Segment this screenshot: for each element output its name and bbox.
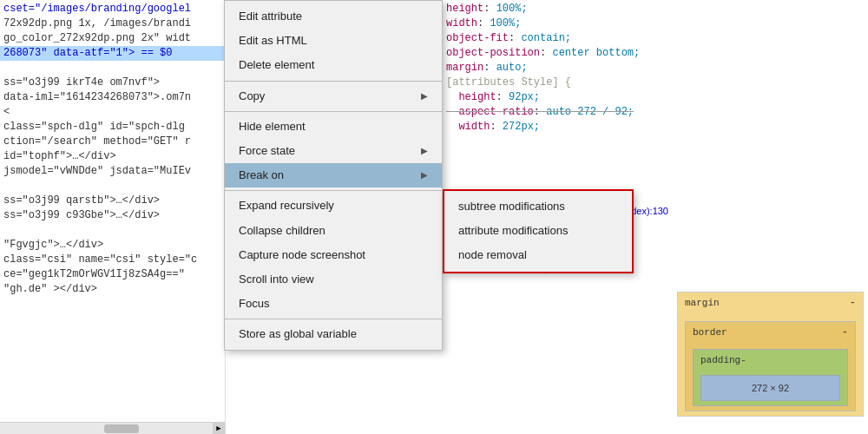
submenu-item-label: attribute modifications: [458, 224, 568, 237]
menu-item-label: Copy: [239, 89, 265, 104]
border-value: -: [842, 326, 848, 339]
code-text: 268073" data-atf="1"> == $0: [3, 47, 172, 59]
code-text: ss="o3j99 ikrT4e om7nvf">: [3, 76, 160, 89]
submenu-arrow-icon: ▶: [421, 145, 428, 157]
context-menu: Edit attribute Edit as HTML Delete eleme…: [224, 0, 443, 351]
separator-1: [225, 81, 442, 82]
margin-value: -: [850, 297, 856, 309]
left-code-panel: cset="/images/branding/googlel 72x92dp.p…: [0, 0, 226, 434]
code-text: class="spch-dlg" id="spch-dlg: [3, 121, 185, 133]
submenu-item-subtree-modifications[interactable]: subtree modifications: [444, 194, 632, 219]
menu-item-label: Delete element: [239, 57, 314, 73]
menu-item-label: Collapse children: [239, 223, 326, 239]
menu-item-force-state[interactable]: Force state ▶: [225, 139, 442, 163]
border-label: border: [693, 327, 727, 338]
box-model-panel: margin - border - padding- 272 × 92: [677, 292, 864, 417]
box-padding: padding- 272 × 92: [693, 349, 848, 406]
menu-item-label: Store as global variable: [239, 326, 357, 342]
menu-item-label: Force state: [239, 143, 295, 159]
submenu-arrow-icon: ▶: [421, 169, 428, 181]
menu-item-edit-attribute[interactable]: Edit attribute: [225, 4, 442, 29]
code-text: "Fgvgjc">…</div>: [3, 239, 103, 251]
submenu-arrow-icon: ▶: [421, 90, 428, 102]
menu-item-label: Expand recursively: [239, 198, 334, 214]
padding-label: padding-: [700, 355, 746, 365]
separator-4: [225, 319, 442, 319]
menu-item-label: Focus: [239, 296, 269, 312]
menu-item-scroll-into-view[interactable]: Scroll into view: [225, 267, 442, 292]
menu-item-label: Edit as HTML: [239, 33, 307, 49]
submenu-break-on: subtree modifications attribute modifica…: [443, 189, 634, 273]
menu-item-label: Edit attribute: [239, 9, 302, 24]
menu-item-label: Break on: [239, 168, 284, 183]
box-margin: margin - border - padding- 272 × 92: [677, 292, 864, 417]
code-text: ce="geg1kT2mOrWGV1Ij8zSA4g==": [3, 268, 185, 280]
menu-item-label: Hide element: [239, 119, 306, 135]
code-text: 72x92dp.png 1x, /images/brandi: [3, 17, 191, 30]
code-text: <: [3, 106, 10, 118]
code-text: class="csi" name="csi" style="c: [3, 253, 197, 266]
menu-item-hide-element[interactable]: Hide element: [225, 115, 442, 139]
submenu-item-node-removal[interactable]: node removal: [444, 243, 632, 267]
code-text: ss="o3j99 qarstb">…</div>: [3, 194, 160, 207]
scroll-corner: ▶: [213, 422, 225, 434]
menu-item-delete-element[interactable]: Delete element: [225, 53, 442, 77]
menu-item-label: Capture node screenshot: [239, 247, 365, 263]
menu-item-capture-node-screenshot[interactable]: Capture node screenshot: [225, 243, 442, 267]
box-border: border - padding- 272 × 92: [685, 321, 856, 411]
code-text: "gh.de" ></div>: [3, 283, 97, 295]
menu-item-collapse-children[interactable]: Collapse children: [225, 219, 442, 243]
submenu-item-attribute-modifications[interactable]: attribute modifications: [444, 219, 632, 243]
code-text: id="tophf">…</div>: [3, 150, 116, 162]
menu-item-expand-recursively[interactable]: Expand recursively: [225, 194, 442, 218]
margin-label: margin: [685, 298, 720, 308]
menu-item-copy[interactable]: Copy ▶: [225, 84, 442, 108]
code-text: data-iml="1614234268073">.om7n: [3, 91, 191, 103]
box-content: 272 × 92: [700, 375, 840, 401]
menu-item-edit-as-html[interactable]: Edit as HTML: [225, 29, 442, 53]
code-text: go_color_272x92dp.png 2x" widt: [3, 32, 191, 44]
separator-2: [225, 111, 442, 112]
scrollbar-area[interactable]: ▶: [0, 422, 225, 434]
submenu-item-label: node removal: [458, 248, 527, 261]
code-text: jsmodel="vWNDde" jsdata="MuIEv: [3, 165, 191, 177]
code-text: ss="o3j99 c93Gbe">…</div>: [3, 209, 160, 221]
code-text: ction="/search" method="GET" r: [3, 135, 191, 148]
horizontal-scrollbar[interactable]: [104, 424, 139, 433]
code-text: cset="/images/branding/googlel: [3, 3, 191, 15]
submenu-item-label: subtree modifications: [458, 200, 565, 213]
content-dimensions: 272 × 92: [752, 383, 789, 393]
menu-item-break-on[interactable]: Break on ▶: [225, 163, 442, 187]
separator-3: [225, 190, 442, 191]
menu-item-label: Scroll into view: [239, 272, 314, 287]
menu-item-store-as-global[interactable]: Store as global variable: [225, 322, 442, 346]
menu-item-focus[interactable]: Focus: [225, 292, 442, 316]
